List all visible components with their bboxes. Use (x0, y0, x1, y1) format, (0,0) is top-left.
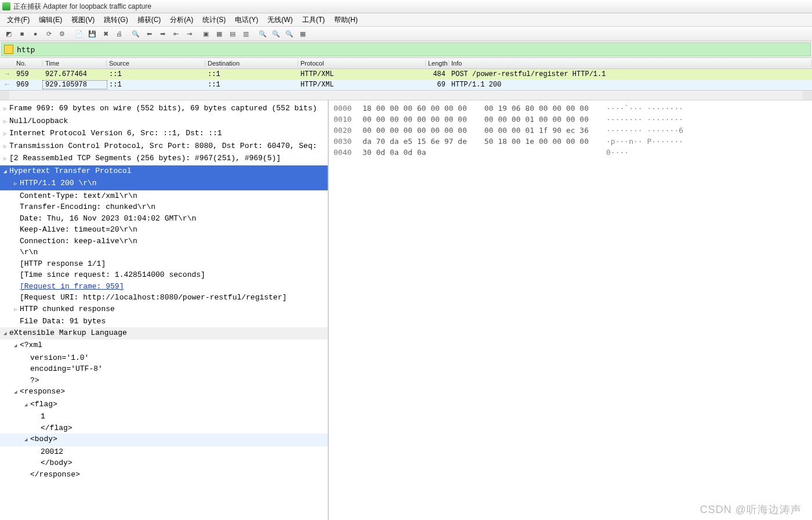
tree-node[interactable]: eXtensible Markup Language (0, 327, 328, 340)
tree-caret-icon[interactable] (14, 386, 20, 399)
tree-node[interactable]: [Time since request: 1.428514000 seconds… (0, 269, 328, 281)
display-filter-input[interactable] (16, 45, 808, 55)
toolbar-button[interactable]: ⟳ (42, 28, 55, 39)
menu-help[interactable]: 帮助(H) (329, 14, 362, 26)
toolbar-button[interactable]: 🖨 (113, 28, 125, 39)
tree-node[interactable]: [Request in frame: 959] (0, 281, 328, 292)
bookmark-icon[interactable] (4, 45, 13, 54)
tree-caret-icon[interactable] (3, 103, 9, 115)
toolbar-button[interactable]: ⇤ (169, 28, 182, 39)
tree-node[interactable]: Hypertext Transfer Protocol (0, 165, 328, 178)
menu-analyze[interactable]: 分析(A) (165, 14, 198, 26)
packet-row[interactable]: ←969929.105978::1::1HTTP/XML69HTTP/1.1 2… (0, 80, 812, 90)
col-info[interactable]: Info (449, 60, 812, 67)
tree-caret-icon[interactable] (14, 304, 20, 316)
hex-row[interactable]: 000018 00 00 00 60 00 00 0000 19 06 80 0… (334, 103, 807, 114)
tree-node[interactable]: 1 (0, 411, 328, 423)
toolbar-button[interactable]: 📄 (72, 28, 85, 39)
hex-row[interactable]: 002000 00 00 00 00 00 00 0000 00 00 01 1… (334, 125, 807, 136)
packet-row[interactable]: →959927.677464::1::1HTTP/XML484POST /pow… (0, 69, 812, 80)
arrow-icon: → (0, 70, 14, 78)
tree-node[interactable]: Date: Thu, 16 Nov 2023 01:04:02 GMT\r\n (0, 213, 328, 225)
tree-node[interactable]: encoding='UTF-8' (0, 363, 328, 375)
tree-caret-icon[interactable] (3, 153, 9, 165)
tree-node[interactable]: ?> (0, 375, 328, 387)
menu-telephony[interactable]: 电话(Y) (230, 14, 263, 26)
toolbar-button[interactable]: ▥ (240, 28, 252, 39)
hex-row[interactable]: 001000 00 00 00 00 00 00 0000 00 00 01 0… (334, 114, 807, 125)
col-length[interactable]: Length (426, 60, 449, 67)
tree-node[interactable]: <flag> (0, 399, 328, 411)
tree-node[interactable]: Transfer-Encoding: chunked\r\n (0, 201, 328, 213)
toolbar-button[interactable]: 🔍 (256, 28, 269, 39)
toolbar-button[interactable]: ▣ (200, 28, 212, 39)
toolbar-button[interactable]: ◩ (2, 28, 15, 39)
hex-bytes: da 70 da e5 15 6e 97 de (362, 136, 476, 147)
menu-edit[interactable]: 编辑(E) (34, 14, 67, 26)
tree-node[interactable]: Transmission Control Protocol, Src Port:… (0, 140, 328, 153)
tree-node[interactable]: </body> (0, 457, 328, 469)
toolbar-button[interactable]: 🔍 (270, 28, 282, 39)
toolbar-button[interactable]: 💾 (86, 28, 99, 39)
tree-node[interactable]: Keep-Alive: timeout=20\r\n (0, 224, 328, 236)
tree-node[interactable]: [Request URI: http://localhost:8080/powe… (0, 292, 328, 304)
toolbar-button[interactable]: ✖ (99, 28, 112, 39)
toolbar-button[interactable]: ▤ (226, 28, 239, 39)
tree-node[interactable]: 20012 (0, 446, 328, 458)
tree-node[interactable]: Connection: keep-alive\r\n (0, 236, 328, 247)
tree-node[interactable]: [HTTP response 1/1] (0, 258, 328, 270)
tree-caret-icon[interactable] (3, 165, 9, 178)
col-source[interactable]: Source (107, 60, 205, 67)
tree-node[interactable]: </flag> (0, 423, 328, 434)
tree-caret-icon[interactable] (14, 178, 20, 190)
menu-go[interactable]: 跳转(G) (99, 14, 132, 26)
packet-bytes-pane[interactable]: 000018 00 00 00 60 00 00 0000 19 06 80 0… (329, 100, 812, 520)
tree-caret-icon[interactable] (3, 140, 9, 153)
tree-node[interactable]: Internet Protocol Version 6, Src: ::1, D… (0, 128, 328, 140)
tree-caret-icon[interactable] (24, 399, 30, 411)
tree-caret-icon[interactable] (14, 340, 20, 352)
cell-source: ::1 (107, 70, 205, 78)
toolbar-button[interactable]: ⬅ (143, 28, 155, 39)
tree-node[interactable]: version='1.0' (0, 352, 328, 364)
col-protocol[interactable]: Protocol (298, 60, 426, 67)
tree-node[interactable]: File Data: 91 bytes (0, 316, 328, 327)
toolbar-button[interactable]: 🔍 (129, 28, 142, 39)
hex-row[interactable]: 0030da 70 da e5 15 6e 97 de50 18 00 1e 0… (334, 136, 807, 147)
tree-node[interactable]: HTTP chunked response (0, 304, 328, 316)
tree-node[interactable]: HTTP/1.1 200 \r\n (0, 178, 328, 190)
toolbar-button[interactable]: ⇥ (183, 28, 195, 39)
tree-node[interactable]: <response> (0, 386, 328, 399)
packet-details-pane[interactable]: Frame 969: 69 bytes on wire (552 bits), … (0, 100, 329, 520)
col-destination[interactable]: Destination (205, 60, 298, 67)
menu-wireless[interactable]: 无线(W) (263, 14, 297, 26)
menu-capture[interactable]: 捕获(C) (133, 14, 166, 26)
menu-statistics[interactable]: 统计(S) (198, 14, 230, 26)
tree-caret-icon[interactable] (3, 327, 9, 340)
toolbar-button[interactable]: ● (29, 28, 42, 39)
toolbar-button[interactable]: ▦ (296, 28, 309, 39)
tree-caret-icon[interactable] (24, 434, 30, 446)
tree-caret-icon[interactable] (3, 128, 9, 140)
tree-node[interactable]: Frame 969: 69 bytes on wire (552 bits), … (0, 103, 328, 115)
toolbar-button[interactable]: 🔍 (283, 28, 296, 39)
toolbar-button[interactable]: ■ (16, 28, 28, 39)
menu-file[interactable]: 文件(F) (2, 14, 34, 26)
tree-node[interactable]: Null/Loopback (0, 115, 328, 128)
tree-node[interactable]: <?xml (0, 340, 328, 352)
toolbar-button[interactable]: ➡ (156, 28, 169, 39)
tree-node[interactable]: \r\n (0, 247, 328, 258)
tree-node[interactable]: <body> (0, 434, 328, 446)
toolbar-button[interactable]: ▦ (213, 28, 226, 39)
tree-node[interactable]: [2 Reassembled TCP Segments (256 bytes):… (0, 153, 328, 165)
menu-view[interactable]: 视图(V) (67, 14, 99, 26)
toolbar-button[interactable]: ⚙ (56, 28, 68, 39)
hex-row[interactable]: 004030 0d 0a 0d 0a0···· (334, 147, 807, 158)
col-no[interactable]: No. (14, 60, 43, 67)
packet-list-hscroll[interactable] (0, 90, 812, 100)
tree-node[interactable]: </response> (0, 469, 328, 481)
menu-tools[interactable]: 工具(T) (298, 14, 329, 26)
tree-node[interactable]: Content-Type: text/xml\r\n (0, 190, 328, 202)
col-time[interactable]: Time (43, 60, 107, 67)
tree-caret-icon[interactable] (3, 115, 9, 128)
